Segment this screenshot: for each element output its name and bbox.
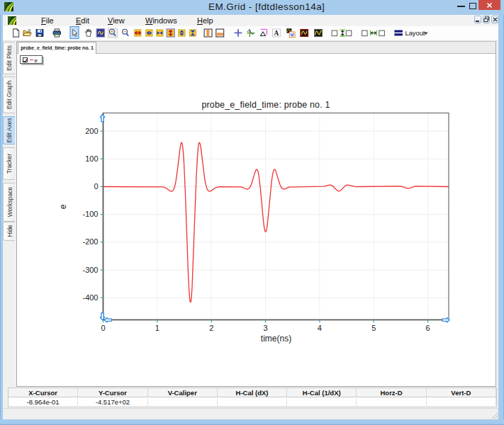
- svg-text:-200: -200: [82, 237, 98, 246]
- svg-text:5: 5: [371, 324, 376, 332]
- svg-text:200: 200: [85, 127, 98, 135]
- svg-text:e: e: [58, 204, 68, 209]
- svg-text:0: 0: [94, 182, 98, 191]
- svg-text:probe_e_field_time: probe no.: probe_e_field_time: probe no. 1: [201, 100, 330, 110]
- svg-text:time(ns): time(ns): [261, 334, 291, 344]
- svg-text:-400: -400: [82, 293, 98, 302]
- svg-text:1: 1: [155, 324, 159, 332]
- svg-text:6: 6: [426, 324, 430, 332]
- svg-text:-300: -300: [82, 266, 98, 274]
- svg-text:A: A: [274, 30, 279, 37]
- svg-text:100: 100: [85, 154, 98, 163]
- svg-text:-100: -100: [82, 210, 98, 218]
- svg-text:3: 3: [263, 324, 267, 332]
- svg-text:0: 0: [101, 324, 105, 332]
- svg-text:2: 2: [209, 324, 213, 332]
- svg-text:4: 4: [318, 324, 322, 332]
- svg-text:Layout: Layout: [405, 30, 425, 37]
